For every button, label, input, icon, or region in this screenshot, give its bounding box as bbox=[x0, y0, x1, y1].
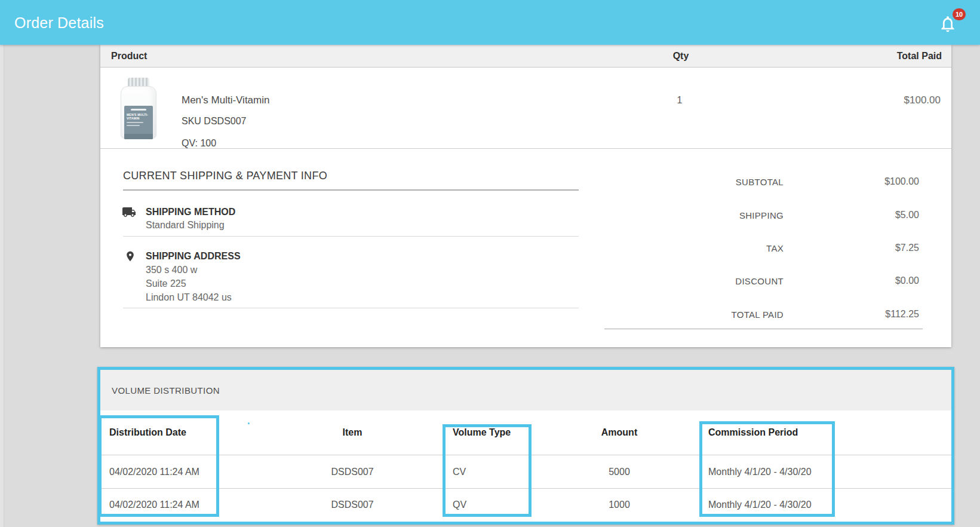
shipping-payment-heading: CURRENT SHIPPING & PAYMENT INFO bbox=[123, 170, 327, 182]
volume-distribution-section: VOLUME DISTRIBUTION Distribution Date It… bbox=[97, 367, 954, 525]
notifications-button[interactable]: 10 bbox=[938, 8, 966, 37]
volume-table-row: 04/02/2020 11:24 AM DSDS007 QV 1000 Mont… bbox=[100, 488, 951, 521]
section-divider bbox=[123, 308, 579, 308]
notification-count-badge: 10 bbox=[953, 8, 966, 20]
volume-distribution-heading: VOLUME DISTRIBUTION bbox=[112, 385, 220, 396]
volume-table-header-row: Distribution Date Item Volume Type Amoun… bbox=[100, 410, 951, 455]
summary-label: TAX bbox=[766, 243, 784, 253]
bottle-label-title: MEN'S MULTI-VITAMIN bbox=[127, 113, 150, 120]
summary-total-divider bbox=[604, 329, 923, 329]
summary-value: $5.00 bbox=[895, 210, 919, 220]
cell-volume-type: CV bbox=[453, 467, 466, 477]
shipping-address-label: SHIPPING ADDRESS bbox=[146, 251, 241, 262]
column-header-qty: Qty bbox=[673, 51, 689, 62]
summary-label: SUBTOTAL bbox=[736, 177, 784, 187]
summary-value: $112.25 bbox=[885, 309, 919, 320]
cell-volume-type: QV bbox=[453, 500, 466, 510]
window-edge bbox=[0, 45, 4, 527]
page-title: Order Details bbox=[14, 14, 104, 31]
cell-distribution-date: 04/02/2020 11:24 AM bbox=[109, 467, 199, 477]
section-divider bbox=[123, 236, 579, 237]
summary-label: TOTAL PAID bbox=[732, 310, 784, 320]
volume-distribution-header-band: VOLUME DISTRIBUTION bbox=[100, 370, 951, 410]
product-sku: SKU DSDS007 bbox=[182, 116, 247, 127]
summary-label: DISCOUNT bbox=[735, 276, 784, 286]
column-header-amount: Amount bbox=[601, 427, 637, 438]
bottle-label: MEN'S MULTI-VITAMIN bbox=[124, 106, 153, 139]
column-header-distribution-date: Distribution Date bbox=[109, 427, 186, 438]
summary-value: $0.00 bbox=[895, 275, 919, 286]
product-row: MEN'S MULTI-VITAMIN Men's Multi-Vitamin … bbox=[100, 68, 951, 149]
cell-distribution-date: 04/02/2020 11:24 AM bbox=[109, 500, 199, 510]
app-bar: Order Details 10 bbox=[0, 0, 980, 45]
summary-value: $7.25 bbox=[895, 243, 919, 253]
product-qty-value: 1 bbox=[677, 95, 683, 106]
product-table-header: Product Qty Total Paid bbox=[100, 45, 951, 68]
product-image: MEN'S MULTI-VITAMIN bbox=[121, 78, 156, 139]
cell-commission-period: Monthly 4/1/20 - 4/30/20 bbox=[708, 467, 812, 477]
annotation-dot bbox=[248, 422, 250, 424]
column-header-commission-period: Commission Period bbox=[708, 427, 798, 438]
product-name: Men's Multi-Vitamin bbox=[182, 94, 269, 106]
bottle-body: MEN'S MULTI-VITAMIN bbox=[121, 86, 156, 139]
address-line-1: 350 s 400 w bbox=[146, 265, 197, 275]
order-card: Product Qty Total Paid MEN'S MULTI-VITAM… bbox=[100, 45, 951, 347]
shipping-method-value: Standard Shipping bbox=[146, 220, 225, 231]
summary-value: $100.00 bbox=[884, 176, 919, 187]
cell-commission-period: Monthly 4/1/20 - 4/30/20 bbox=[708, 500, 812, 510]
shipping-method-label: SHIPPING METHOD bbox=[146, 207, 235, 217]
cell-item: DSDS007 bbox=[331, 500, 373, 510]
address-line-3: Lindon UT 84042 us bbox=[146, 292, 232, 303]
address-line-2: Suite 225 bbox=[146, 278, 186, 289]
column-header-total-paid: Total Paid bbox=[897, 51, 942, 62]
heading-divider bbox=[123, 189, 579, 191]
truck-icon bbox=[122, 205, 136, 219]
cell-item: DSDS007 bbox=[331, 467, 373, 477]
product-total-paid-value: $100.00 bbox=[904, 94, 941, 106]
product-qv: QV: 100 bbox=[182, 138, 216, 149]
location-pin-icon bbox=[124, 249, 136, 264]
cell-amount: 1000 bbox=[609, 500, 630, 510]
column-header-item: Item bbox=[343, 427, 362, 438]
summary-label: SHIPPING bbox=[739, 210, 784, 220]
column-header-product: Product bbox=[111, 51, 147, 62]
order-details-screen: Order Details 10 Product Qty Total Paid … bbox=[0, 0, 980, 527]
column-header-volume-type: Volume Type bbox=[453, 427, 511, 438]
volume-table-row: 04/02/2020 11:24 AM DSDS007 CV 5000 Mont… bbox=[100, 455, 951, 488]
cell-amount: 5000 bbox=[609, 467, 630, 477]
